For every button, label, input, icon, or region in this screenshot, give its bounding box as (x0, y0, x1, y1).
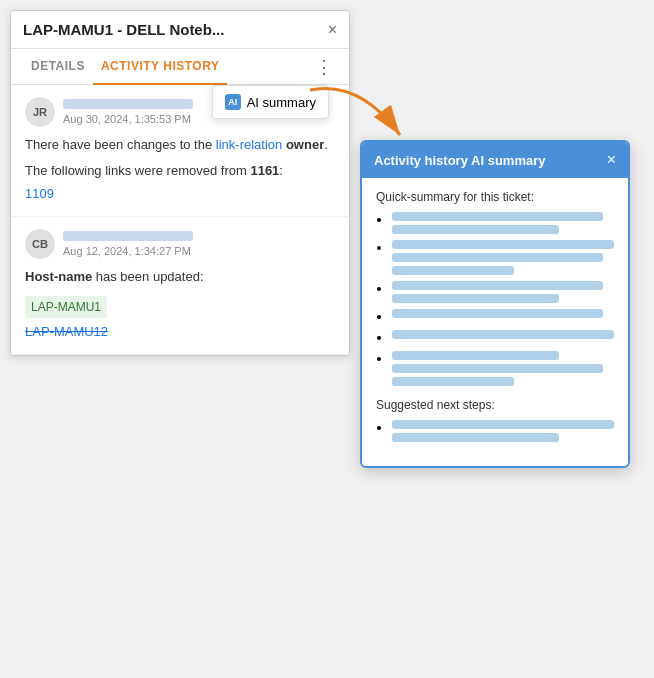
summary-list-item (392, 281, 614, 303)
tab-details[interactable]: DETAILS (23, 49, 93, 85)
placeholder-bar (392, 266, 514, 275)
summary-list-item (392, 351, 614, 386)
panel-header: LAP-MAMU1 - DELL Noteb... × (11, 11, 349, 49)
activity-body: There have been changes to the link-rela… (25, 135, 335, 204)
placeholder-bar (392, 253, 603, 262)
activity-list: JR Aug 30, 2024, 1:35:53 PM There have b… (11, 85, 349, 355)
quick-summary-label: Quick-summary for this ticket: (376, 190, 614, 204)
ai-summary-title: Activity history AI summary (374, 153, 545, 168)
placeholder-bar (392, 240, 614, 249)
activity-body: Host-name has been updated: LAP-MAMU1 LA… (25, 267, 335, 342)
placeholder-bar (392, 377, 514, 386)
activity-item: CB Aug 12, 2024, 1:34:27 PM Host-name ha… (11, 217, 349, 355)
avatar: CB (25, 229, 55, 259)
main-panel: LAP-MAMU1 - DELL Noteb... × DETAILS ACTI… (10, 10, 350, 356)
placeholder-bar (392, 364, 603, 373)
summary-list-item (392, 330, 614, 345)
ai-summary-tooltip[interactable]: AI AI summary (212, 85, 329, 119)
ai-summary-panel: Activity history AI summary × Quick-summ… (360, 140, 630, 468)
placeholder-bar (392, 330, 614, 339)
avatar: JR (25, 97, 55, 127)
panel-close-button[interactable]: × (328, 22, 337, 38)
activity-timestamp: Aug 12, 2024, 1:34:27 PM (63, 245, 335, 257)
suggested-steps-label: Suggested next steps: (376, 398, 614, 412)
panel-title: LAP-MAMU1 - DELL Noteb... (23, 21, 224, 38)
activity-info: Aug 12, 2024, 1:34:27 PM (63, 231, 335, 257)
removed-value: LAP-MAMU12 (25, 324, 108, 339)
activity-meta: CB Aug 12, 2024, 1:34:27 PM (25, 229, 335, 259)
ai-summary-body: Quick-summary for this ticket: (362, 178, 628, 466)
panel-tabs: DETAILS ACTIVITY HISTORY ⋮ AI AI summary (11, 49, 349, 85)
summary-list-item (392, 212, 614, 234)
link-relation-link[interactable]: link-relation (216, 137, 282, 152)
removed-link[interactable]: 1109 (25, 184, 335, 204)
added-value: LAP-MAMU1 (25, 296, 107, 318)
summary-list-item (392, 309, 614, 324)
ai-summary-close-button[interactable]: × (607, 152, 616, 168)
placeholder-bar (392, 309, 603, 318)
summary-list-item (392, 240, 614, 275)
tab-activity-history[interactable]: ACTIVITY HISTORY (93, 49, 227, 85)
ai-icon: AI (225, 94, 241, 110)
placeholder-bar (392, 281, 603, 290)
activity-name-placeholder (63, 231, 193, 241)
placeholder-bar (392, 294, 559, 303)
summary-list-item (392, 420, 614, 442)
placeholder-bar (392, 351, 559, 360)
placeholder-bar (392, 420, 614, 429)
more-menu-button[interactable]: ⋮ (311, 50, 337, 84)
ai-summary-header: Activity history AI summary × (362, 142, 628, 178)
placeholder-bar (392, 433, 559, 442)
suggested-steps-list (376, 420, 614, 442)
placeholder-bar (392, 212, 603, 221)
placeholder-bar (392, 225, 559, 234)
quick-summary-list (376, 212, 614, 386)
ai-summary-tooltip-label: AI summary (247, 95, 316, 110)
activity-name-placeholder (63, 99, 193, 109)
